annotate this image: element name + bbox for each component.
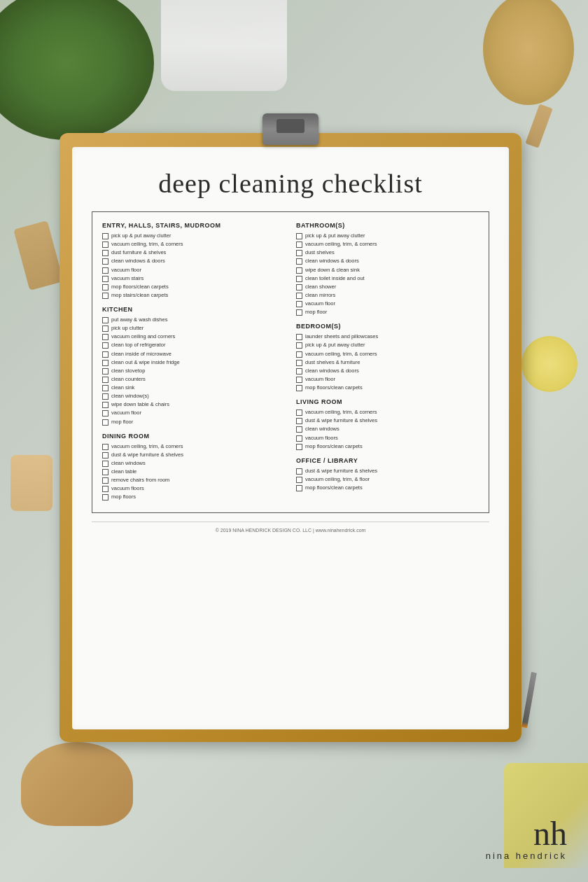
checkbox[interactable] — [296, 233, 302, 239]
checkbox[interactable] — [102, 317, 108, 323]
checkbox[interactable] — [102, 494, 108, 500]
check-item: vacuum ceiling, trim, & floor — [296, 476, 479, 483]
check-text: remove chairs from room — [111, 477, 169, 484]
checkbox[interactable] — [102, 342, 108, 349]
checkbox[interactable] — [296, 301, 302, 307]
check-item: clean shower — [296, 284, 479, 290]
check-item: vacuum floor — [296, 376, 479, 383]
check-text: mop floors/clean carpets — [305, 484, 363, 491]
check-item: pick up clutter — [102, 325, 285, 332]
checkbox[interactable] — [102, 368, 108, 374]
checkbox[interactable] — [102, 267, 108, 274]
checkbox[interactable] — [102, 393, 108, 400]
checkbox[interactable] — [102, 276, 108, 282]
checkbox[interactable] — [296, 334, 302, 340]
checkbox[interactable] — [296, 468, 302, 475]
checkbox[interactable] — [296, 250, 302, 256]
checkbox[interactable] — [102, 419, 108, 426]
checkbox[interactable] — [102, 241, 108, 248]
checkbox[interactable] — [296, 418, 302, 424]
check-item: clean windows & doors — [296, 258, 479, 265]
check-text: dust & wipe furniture & shelves — [305, 417, 377, 424]
check-text: mop floor — [111, 419, 133, 426]
check-text: clean stovetop — [111, 368, 145, 374]
checkbox[interactable] — [102, 410, 108, 416]
check-item: clean windows — [296, 426, 479, 433]
check-item: wipe down & clean sink — [296, 267, 479, 274]
check-item: clean mirrors — [296, 292, 479, 299]
checkbox[interactable] — [296, 309, 302, 316]
checkbox[interactable] — [296, 444, 302, 450]
check-item: vacuum floor — [102, 267, 285, 274]
checkbox[interactable] — [102, 377, 108, 383]
checkbox[interactable] — [296, 258, 302, 265]
checkbox[interactable] — [102, 444, 108, 450]
check-item: clean counters — [102, 376, 285, 383]
checkbox[interactable] — [296, 267, 302, 274]
clipboard: deep cleaning checklist ENTRY, HALLS, ST… — [59, 133, 522, 742]
checkbox[interactable] — [296, 385, 302, 391]
checkbox[interactable] — [296, 435, 302, 442]
check-text: vacuum floor — [305, 376, 335, 383]
check-text: vacuum floor — [111, 410, 141, 416]
check-text: vacuum ceiling, trim, & corners — [111, 241, 183, 248]
check-text: mop floors — [111, 493, 136, 500]
checkbox[interactable] — [102, 461, 108, 467]
check-item: mop floors — [102, 493, 285, 500]
check-text: launder sheets and pillowcases — [305, 333, 378, 340]
check-item: pick up & put away clutter — [102, 232, 285, 239]
check-text: pick up clutter — [111, 325, 144, 332]
check-item: remove chairs from room — [102, 477, 285, 484]
checkbox[interactable] — [296, 276, 302, 282]
check-item: clean out & wipe inside fridge — [102, 359, 285, 366]
check-text: clean table — [111, 468, 136, 475]
check-item: clean top of refrigerator — [102, 342, 285, 349]
checkbox[interactable] — [102, 360, 108, 366]
checkbox[interactable] — [102, 326, 108, 332]
checkbox[interactable] — [296, 342, 302, 349]
checkbox[interactable] — [296, 360, 302, 366]
checkbox[interactable] — [102, 402, 108, 408]
check-text: vacuum floors — [305, 435, 338, 442]
checkbox[interactable] — [102, 477, 108, 484]
check-item: clean toilet inside and out — [296, 275, 479, 282]
checkbox[interactable] — [296, 426, 302, 433]
check-text: clean top of refrigerator — [111, 342, 166, 349]
checkbox[interactable] — [296, 485, 302, 491]
checkbox[interactable] — [102, 469, 108, 475]
check-text: mop floors/clean carpets — [111, 284, 169, 290]
checkbox[interactable] — [102, 385, 108, 391]
check-item: vacuum floors — [102, 485, 285, 492]
check-item: vacuum floor — [102, 410, 285, 416]
left-column: ENTRY, HALLS, STAIRS, MUDROOMpick up & p… — [102, 222, 285, 503]
checkbox[interactable] — [296, 368, 302, 374]
checkbox[interactable] — [102, 233, 108, 239]
brand-initials: nh — [486, 817, 567, 850]
checkbox[interactable] — [102, 250, 108, 256]
check-item: clean windows — [102, 460, 285, 467]
checkbox[interactable] — [296, 241, 302, 248]
check-text: clean sink — [111, 384, 134, 391]
checkbox[interactable] — [296, 293, 302, 299]
checkbox[interactable] — [102, 293, 108, 299]
checkbox[interactable] — [296, 477, 302, 483]
check-item: mop floor — [296, 309, 479, 316]
checkbox[interactable] — [296, 410, 302, 416]
check-text: dust & wipe furniture & shelves — [111, 451, 183, 458]
check-item: pick up & put away clutter — [296, 342, 479, 349]
checkbox[interactable] — [102, 486, 108, 492]
check-text: mop floors/clean carpets — [305, 384, 363, 391]
checkbox[interactable] — [102, 351, 108, 358]
check-item: pick up & put away clutter — [296, 232, 479, 239]
checkbox[interactable] — [296, 377, 302, 383]
check-item: dust shelves & furniture — [296, 359, 479, 366]
checkbox[interactable] — [102, 452, 108, 458]
check-item: vacuum ceiling, trim, & corners — [102, 241, 285, 248]
check-item: clean window(s) — [102, 393, 285, 400]
checkbox[interactable] — [102, 334, 108, 340]
check-text: wipe down table & chairs — [111, 401, 169, 408]
checkbox[interactable] — [296, 351, 302, 358]
checkbox[interactable] — [296, 284, 302, 290]
checkbox[interactable] — [102, 284, 108, 290]
checkbox[interactable] — [102, 258, 108, 265]
